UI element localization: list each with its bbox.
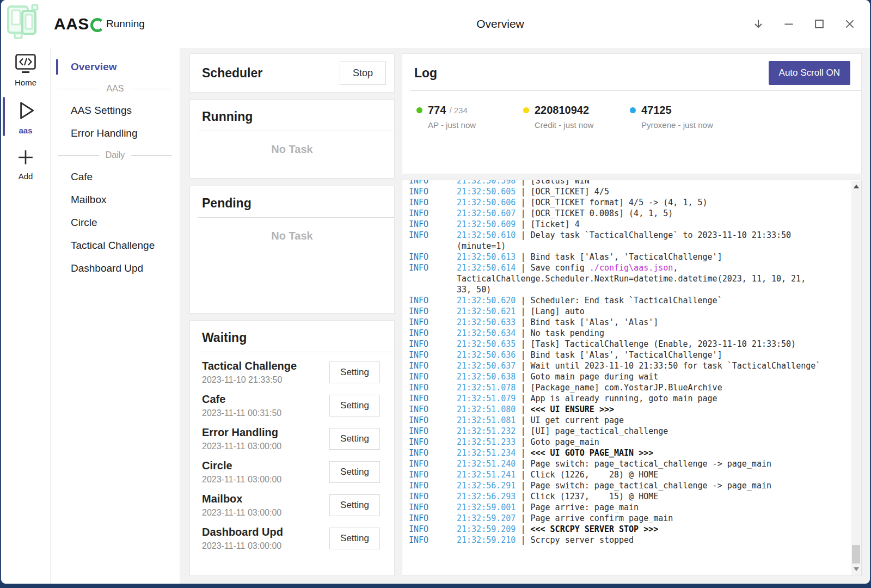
- log-message-segment: [Task] TacticalChallenge (Enable, 2023-1…: [530, 339, 796, 349]
- log-level: INFO: [409, 306, 457, 317]
- log-separator: |: [516, 361, 530, 371]
- log-message: [OCR_TICKET format] 4/5 -> (4, 1, 5): [530, 198, 707, 207]
- log-message-segment: [OCR_TICKET] 4/5: [530, 187, 609, 197]
- waiting-task-row: Tactical Challenge 2023-11-10 21:33:50 S…: [190, 356, 394, 389]
- log-level: INFO: [409, 339, 457, 350]
- nav-item-cafe[interactable]: Cafe: [51, 166, 180, 188]
- setting-button[interactable]: Setting: [329, 395, 380, 416]
- log-title: Log: [414, 66, 437, 81]
- log-message-segment: Click (1237, 15) @ HOME: [530, 492, 658, 501]
- scroll-thumb[interactable]: [852, 545, 860, 564]
- stat-item: 774 / 234 AP - just now: [416, 104, 523, 130]
- log-message-segment: Scheduler: End task `TacticalChallenge`: [530, 296, 722, 305]
- stat-value: 47125: [641, 104, 672, 117]
- stop-button[interactable]: Stop: [340, 62, 386, 85]
- log-line: INFO21:32:56.293 | Click (1237, 15) @ HO…: [409, 491, 844, 502]
- close-button[interactable]: [842, 16, 858, 32]
- log-message-segment: Goto main page during wait: [530, 372, 658, 382]
- log-message-segment: UI get current page: [530, 415, 624, 425]
- log-level: INFO: [409, 535, 457, 546]
- log-timestamp: 21:32:50.609: [457, 219, 516, 229]
- log-separator: |: [516, 470, 530, 480]
- update-download-button[interactable]: [750, 16, 766, 32]
- running-title: Running: [190, 100, 394, 131]
- setting-button[interactable]: Setting: [329, 494, 380, 516]
- waiting-task-row: Cafe 2023-11-11 00:31:50 Setting: [190, 389, 394, 422]
- log-level: INFO: [409, 295, 457, 306]
- task-info: Cafe 2023-11-11 00:31:50: [202, 393, 281, 418]
- scroll-down-button[interactable]: [851, 565, 861, 574]
- log-level: INFO: [409, 371, 457, 382]
- nav-item-error-handling[interactable]: Error Handling: [51, 122, 180, 145]
- nav-item-label: Error Handling: [71, 127, 138, 139]
- log-line: INFO21:32:50.607 | [OCR_TICKET 0.008s] (…: [409, 208, 844, 219]
- task-next-run-time: 2023-11-11 03:00:00: [202, 508, 281, 518]
- setting-button[interactable]: Setting: [329, 461, 380, 483]
- scheduler-title: Scheduler: [202, 66, 262, 81]
- nav-item-mailbox[interactable]: Mailbox: [51, 188, 180, 211]
- log-separator: |: [516, 481, 530, 491]
- main-content: Scheduler Stop Running No Task Pending N…: [180, 48, 870, 584]
- stat-item: 47125 Pyroxene - just now: [630, 104, 737, 130]
- log-level: INFO: [409, 458, 457, 469]
- log-message-segment: <<< UI GOTO PAGE_MAIN >>>: [530, 448, 653, 458]
- log-level: INFO: [409, 180, 457, 186]
- log-line: INFO21:32:59.210 | Scrcpy server stopped: [409, 535, 844, 546]
- rail-item-aas[interactable]: aas: [1, 94, 50, 137]
- minimize-button[interactable]: [781, 16, 797, 32]
- log-message: [Lang] auto: [530, 307, 584, 316]
- task-info: Dashboard Upd 2023-11-11 03:00:00: [202, 526, 283, 551]
- setting-button[interactable]: Setting: [329, 528, 380, 549]
- maximize-button[interactable]: [811, 16, 827, 32]
- log-message: Bind task ['Alas', 'TacticalChallenge']: [530, 350, 722, 360]
- log-message-segment: <<< SCRCPY SERVER STOP >>>: [530, 524, 658, 534]
- log-line: INFO21:32:50.606 | [OCR_TICKET format] 4…: [409, 197, 844, 208]
- task-name: Dashboard Upd: [202, 526, 283, 538]
- log-separator: |: [516, 263, 530, 273]
- log-timestamp: 21:32:51.241: [457, 470, 516, 480]
- auto-scroll-button[interactable]: Auto Scroll ON: [769, 61, 850, 85]
- rail-item-add[interactable]: Add: [1, 142, 50, 183]
- nav-item-label: Tactical Challenge: [71, 240, 155, 251]
- setting-button[interactable]: Setting: [329, 362, 380, 383]
- log-timestamp: 21:32:50.614: [457, 263, 516, 273]
- nav-item-tactical-challenge[interactable]: Tactical Challenge: [51, 234, 180, 257]
- log-line: INFO21:32:51.079 | App is already runnin…: [409, 393, 844, 404]
- rail-item-home[interactable]: Home: [1, 48, 50, 89]
- nav-item-dashboard-upd[interactable]: Dashboard Upd: [51, 257, 180, 280]
- title-bar: AAS Running Overview: [1, 0, 870, 48]
- nav-item-overview[interactable]: Overview: [51, 56, 180, 78]
- log-message: Wait until 2023-11-10 21:33:50 for task …: [530, 361, 820, 371]
- log-line: INFO21:32:50.636 | Bind task ['Alas', 'T…: [409, 350, 844, 360]
- running-empty-state: No Task: [190, 143, 394, 156]
- log-level: INFO: [409, 426, 457, 437]
- log-timestamp: 21:32:50.610: [457, 230, 516, 240]
- task-name: Tactical Challenge: [202, 360, 297, 372]
- log-separator: |: [516, 372, 530, 382]
- log-line: INFO21:32:50.598 | [Status] WIN: [409, 180, 844, 186]
- nav-item-aas-settings[interactable]: AAS Settings: [51, 99, 180, 122]
- log-line: INFO21:32:51.240 | Page switch: page_tac…: [409, 458, 844, 469]
- nav-item-circle[interactable]: Circle: [51, 211, 180, 234]
- log-message-segment: Scrcpy server stopped: [530, 535, 634, 545]
- log-message: Page arrive confirm page_main: [530, 513, 673, 523]
- log-message: [OCR_TICKET] 4/5: [530, 187, 609, 197]
- log-separator: |: [516, 180, 530, 186]
- log-message-segment: [Ticket] 4: [530, 219, 579, 229]
- log-level: INFO: [409, 480, 457, 491]
- setting-button[interactable]: Setting: [329, 428, 380, 450]
- scroll-up-button[interactable]: [851, 182, 861, 191]
- waiting-task-row: Mailbox 2023-11-11 03:00:00 Setting: [190, 488, 394, 522]
- log-separator: |: [516, 307, 530, 316]
- log-timestamp: 21:32:50.621: [457, 307, 516, 316]
- stat-value: 220810942: [535, 104, 589, 117]
- log-message: [Package_name] com.YostarJP.BlueArchive: [530, 383, 722, 393]
- log-separator: |: [516, 296, 530, 305]
- log-timestamp: 21:32:50.635: [457, 339, 516, 349]
- app-window: AAS Running Overview: [1, 0, 870, 584]
- log-timestamp: 21:32:50.605: [457, 187, 516, 197]
- log-message-segment: Bind task ['Alas', 'Alas']: [530, 317, 658, 327]
- log-timestamp: 21:32:51.081: [457, 415, 516, 425]
- log-separator: |: [516, 187, 530, 197]
- log-scrollbar[interactable]: [851, 181, 861, 575]
